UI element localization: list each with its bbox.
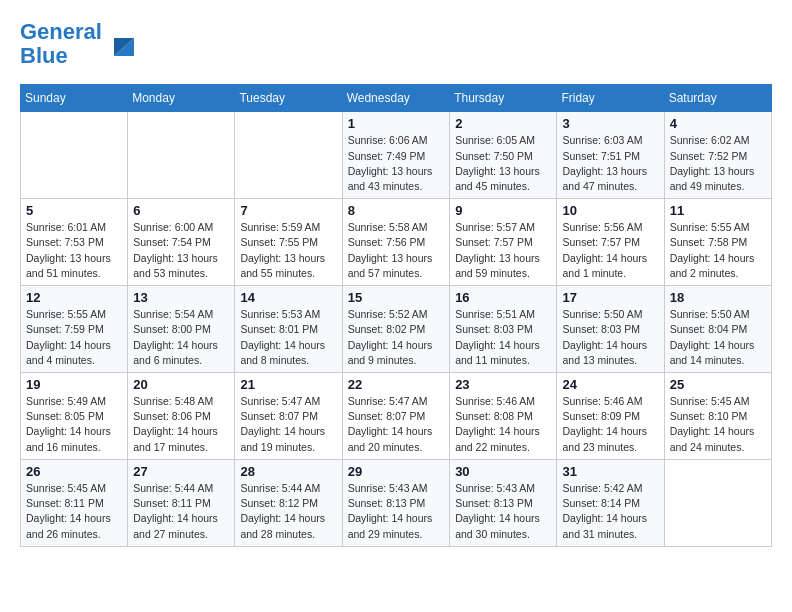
calendar-cell: 5Sunrise: 6:01 AM Sunset: 7:53 PM Daylig…: [21, 199, 128, 286]
day-info: Sunrise: 5:53 AM Sunset: 8:01 PM Dayligh…: [240, 307, 336, 368]
calendar-cell: 4Sunrise: 6:02 AM Sunset: 7:52 PM Daylig…: [664, 112, 771, 199]
day-info: Sunrise: 5:50 AM Sunset: 8:03 PM Dayligh…: [562, 307, 658, 368]
calendar-cell: 22Sunrise: 5:47 AM Sunset: 8:07 PM Dayli…: [342, 373, 449, 460]
day-number: 23: [455, 377, 551, 392]
day-info: Sunrise: 5:47 AM Sunset: 8:07 PM Dayligh…: [348, 394, 444, 455]
day-number: 6: [133, 203, 229, 218]
calendar-cell: 26Sunrise: 5:45 AM Sunset: 8:11 PM Dayli…: [21, 459, 128, 546]
day-info: Sunrise: 5:46 AM Sunset: 8:09 PM Dayligh…: [562, 394, 658, 455]
weekday-header: Tuesday: [235, 85, 342, 112]
calendar-cell: 7Sunrise: 5:59 AM Sunset: 7:55 PM Daylig…: [235, 199, 342, 286]
day-info: Sunrise: 5:44 AM Sunset: 8:11 PM Dayligh…: [133, 481, 229, 542]
day-number: 4: [670, 116, 766, 131]
calendar-cell: 1Sunrise: 6:06 AM Sunset: 7:49 PM Daylig…: [342, 112, 449, 199]
calendar-cell: 31Sunrise: 5:42 AM Sunset: 8:14 PM Dayli…: [557, 459, 664, 546]
weekday-header: Sunday: [21, 85, 128, 112]
day-number: 2: [455, 116, 551, 131]
day-number: 19: [26, 377, 122, 392]
calendar-cell: 8Sunrise: 5:58 AM Sunset: 7:56 PM Daylig…: [342, 199, 449, 286]
calendar-cell: 21Sunrise: 5:47 AM Sunset: 8:07 PM Dayli…: [235, 373, 342, 460]
day-info: Sunrise: 6:06 AM Sunset: 7:49 PM Dayligh…: [348, 133, 444, 194]
logo-text: General Blue: [20, 20, 102, 68]
day-info: Sunrise: 5:59 AM Sunset: 7:55 PM Dayligh…: [240, 220, 336, 281]
day-info: Sunrise: 5:57 AM Sunset: 7:57 PM Dayligh…: [455, 220, 551, 281]
day-number: 29: [348, 464, 444, 479]
day-number: 9: [455, 203, 551, 218]
calendar-week-row: 1Sunrise: 6:06 AM Sunset: 7:49 PM Daylig…: [21, 112, 772, 199]
calendar-cell: 14Sunrise: 5:53 AM Sunset: 8:01 PM Dayli…: [235, 286, 342, 373]
weekday-header-row: SundayMondayTuesdayWednesdayThursdayFrid…: [21, 85, 772, 112]
day-number: 27: [133, 464, 229, 479]
weekday-header: Thursday: [450, 85, 557, 112]
day-number: 14: [240, 290, 336, 305]
day-number: 28: [240, 464, 336, 479]
logo-icon: [106, 28, 138, 60]
calendar-week-row: 5Sunrise: 6:01 AM Sunset: 7:53 PM Daylig…: [21, 199, 772, 286]
day-info: Sunrise: 5:45 AM Sunset: 8:11 PM Dayligh…: [26, 481, 122, 542]
day-info: Sunrise: 6:05 AM Sunset: 7:50 PM Dayligh…: [455, 133, 551, 194]
day-info: Sunrise: 5:46 AM Sunset: 8:08 PM Dayligh…: [455, 394, 551, 455]
day-number: 22: [348, 377, 444, 392]
day-number: 15: [348, 290, 444, 305]
day-number: 31: [562, 464, 658, 479]
calendar-table: SundayMondayTuesdayWednesdayThursdayFrid…: [20, 84, 772, 546]
calendar-cell: 20Sunrise: 5:48 AM Sunset: 8:06 PM Dayli…: [128, 373, 235, 460]
day-info: Sunrise: 5:47 AM Sunset: 8:07 PM Dayligh…: [240, 394, 336, 455]
day-number: 12: [26, 290, 122, 305]
calendar-cell: 11Sunrise: 5:55 AM Sunset: 7:58 PM Dayli…: [664, 199, 771, 286]
calendar-cell: 15Sunrise: 5:52 AM Sunset: 8:02 PM Dayli…: [342, 286, 449, 373]
calendar-cell: 25Sunrise: 5:45 AM Sunset: 8:10 PM Dayli…: [664, 373, 771, 460]
calendar-cell: 23Sunrise: 5:46 AM Sunset: 8:08 PM Dayli…: [450, 373, 557, 460]
day-number: 24: [562, 377, 658, 392]
day-info: Sunrise: 5:50 AM Sunset: 8:04 PM Dayligh…: [670, 307, 766, 368]
day-info: Sunrise: 5:48 AM Sunset: 8:06 PM Dayligh…: [133, 394, 229, 455]
day-number: 25: [670, 377, 766, 392]
calendar-cell: 10Sunrise: 5:56 AM Sunset: 7:57 PM Dayli…: [557, 199, 664, 286]
day-info: Sunrise: 5:54 AM Sunset: 8:00 PM Dayligh…: [133, 307, 229, 368]
day-info: Sunrise: 5:52 AM Sunset: 8:02 PM Dayligh…: [348, 307, 444, 368]
weekday-header: Wednesday: [342, 85, 449, 112]
calendar-cell: 18Sunrise: 5:50 AM Sunset: 8:04 PM Dayli…: [664, 286, 771, 373]
day-info: Sunrise: 5:55 AM Sunset: 7:58 PM Dayligh…: [670, 220, 766, 281]
calendar-cell: [664, 459, 771, 546]
weekday-header: Saturday: [664, 85, 771, 112]
calendar-cell: [21, 112, 128, 199]
logo: General Blue: [20, 20, 138, 68]
calendar-cell: 2Sunrise: 6:05 AM Sunset: 7:50 PM Daylig…: [450, 112, 557, 199]
calendar-cell: 13Sunrise: 5:54 AM Sunset: 8:00 PM Dayli…: [128, 286, 235, 373]
weekday-header: Friday: [557, 85, 664, 112]
day-info: Sunrise: 5:58 AM Sunset: 7:56 PM Dayligh…: [348, 220, 444, 281]
calendar-cell: 3Sunrise: 6:03 AM Sunset: 7:51 PM Daylig…: [557, 112, 664, 199]
day-number: 30: [455, 464, 551, 479]
calendar-week-row: 26Sunrise: 5:45 AM Sunset: 8:11 PM Dayli…: [21, 459, 772, 546]
day-number: 13: [133, 290, 229, 305]
day-info: Sunrise: 5:45 AM Sunset: 8:10 PM Dayligh…: [670, 394, 766, 455]
calendar-cell: 19Sunrise: 5:49 AM Sunset: 8:05 PM Dayli…: [21, 373, 128, 460]
day-number: 16: [455, 290, 551, 305]
calendar-cell: 30Sunrise: 5:43 AM Sunset: 8:13 PM Dayli…: [450, 459, 557, 546]
day-info: Sunrise: 5:43 AM Sunset: 8:13 PM Dayligh…: [455, 481, 551, 542]
day-number: 1: [348, 116, 444, 131]
page-header: General Blue: [20, 20, 772, 68]
calendar-cell: 12Sunrise: 5:55 AM Sunset: 7:59 PM Dayli…: [21, 286, 128, 373]
day-info: Sunrise: 5:44 AM Sunset: 8:12 PM Dayligh…: [240, 481, 336, 542]
day-number: 10: [562, 203, 658, 218]
day-info: Sunrise: 5:51 AM Sunset: 8:03 PM Dayligh…: [455, 307, 551, 368]
day-info: Sunrise: 5:55 AM Sunset: 7:59 PM Dayligh…: [26, 307, 122, 368]
weekday-header: Monday: [128, 85, 235, 112]
calendar-cell: 17Sunrise: 5:50 AM Sunset: 8:03 PM Dayli…: [557, 286, 664, 373]
day-number: 26: [26, 464, 122, 479]
day-number: 5: [26, 203, 122, 218]
day-number: 17: [562, 290, 658, 305]
day-info: Sunrise: 6:03 AM Sunset: 7:51 PM Dayligh…: [562, 133, 658, 194]
day-number: 20: [133, 377, 229, 392]
calendar-cell: [235, 112, 342, 199]
day-number: 8: [348, 203, 444, 218]
calendar-cell: 24Sunrise: 5:46 AM Sunset: 8:09 PM Dayli…: [557, 373, 664, 460]
day-info: Sunrise: 5:43 AM Sunset: 8:13 PM Dayligh…: [348, 481, 444, 542]
day-info: Sunrise: 6:02 AM Sunset: 7:52 PM Dayligh…: [670, 133, 766, 194]
day-number: 3: [562, 116, 658, 131]
day-number: 11: [670, 203, 766, 218]
calendar-cell: [128, 112, 235, 199]
calendar-week-row: 12Sunrise: 5:55 AM Sunset: 7:59 PM Dayli…: [21, 286, 772, 373]
